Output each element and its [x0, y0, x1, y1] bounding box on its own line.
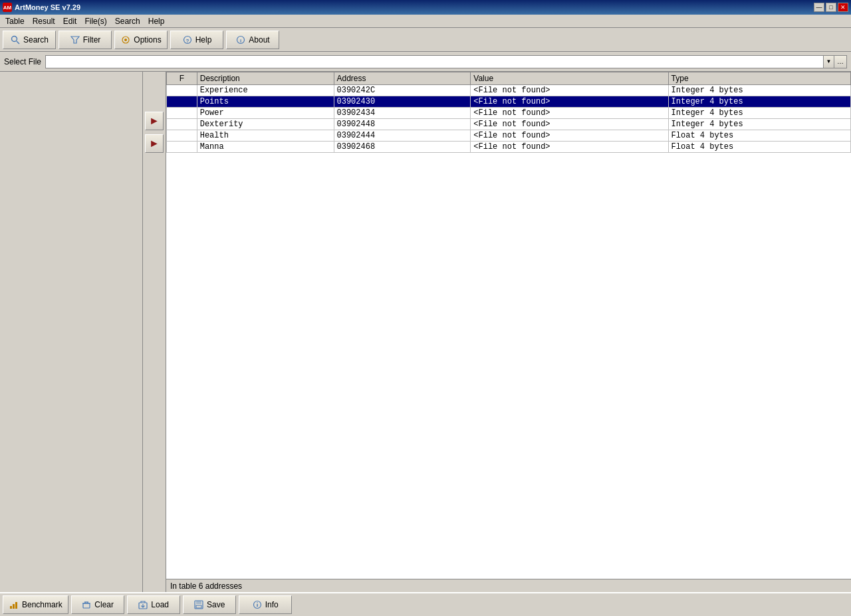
- search-icon: [10, 35, 21, 45]
- svg-rect-12: [83, 603, 90, 608]
- svg-text:?: ?: [185, 37, 189, 43]
- cell-address: 0390242C: [334, 85, 471, 96]
- select-file-combo: ▼ …: [45, 55, 847, 68]
- table-row[interactable]: Power03902434<File not found>Integer 4 b…: [167, 108, 851, 119]
- about-icon: i: [235, 35, 246, 45]
- search-button-label: Search: [23, 35, 49, 45]
- help-icon: ?: [182, 35, 193, 45]
- svg-rect-10: [13, 604, 15, 609]
- column-header-type: Type: [668, 72, 850, 85]
- table-row[interactable]: Experience0390242C<File not found>Intege…: [167, 85, 851, 96]
- svg-line-1: [17, 41, 19, 44]
- cell-type: Integer 4 bytes: [668, 85, 850, 96]
- clear-button[interactable]: Clear: [71, 595, 124, 614]
- about-button-label: About: [249, 35, 269, 45]
- menu-item-help[interactable]: Help: [144, 15, 169, 27]
- save-button-label: Save: [207, 600, 225, 609]
- select-file-dropdown-button[interactable]: ▼: [823, 55, 834, 68]
- about-button[interactable]: i About: [226, 31, 279, 49]
- arrow-right-icon-2: ►: [149, 138, 160, 150]
- toolbar: Search Filter Options ? Help: [0, 28, 851, 52]
- title-bar-left: AM ArtMoney SE v7.29: [3, 3, 80, 12]
- cell-type: Float 4 bytes: [668, 142, 850, 153]
- left-panel: [0, 72, 143, 592]
- svg-rect-11: [15, 602, 17, 609]
- main-content: ► ► F Description Address Value Type Exp: [0, 72, 851, 592]
- cell-address: 03902430: [334, 96, 471, 108]
- cell-type: Integer 4 bytes: [668, 119, 850, 130]
- table-row[interactable]: Points03902430<File not found>Integer 4 …: [167, 96, 851, 108]
- cell-description: Dexterity: [197, 119, 334, 130]
- info-icon: [252, 599, 263, 610]
- column-header-f: F: [167, 72, 197, 85]
- save-icon: [193, 599, 204, 610]
- options-icon: [120, 35, 131, 45]
- cell-description: Power: [197, 108, 334, 119]
- cell-description: Points: [197, 96, 334, 108]
- menu-item-table[interactable]: Table: [1, 15, 29, 27]
- app-title: ArtMoney SE v7.29: [15, 3, 80, 11]
- svg-rect-21: [196, 605, 201, 608]
- cell-value: <File not found>: [471, 96, 668, 108]
- select-file-row: Select File ▼ …: [0, 52, 851, 72]
- cell-address: 03902434: [334, 108, 471, 119]
- select-file-browse-button[interactable]: …: [834, 55, 847, 68]
- menu-item-search[interactable]: Search: [111, 15, 144, 27]
- app-icon: AM: [3, 3, 12, 12]
- load-button[interactable]: Load: [127, 595, 180, 614]
- options-button[interactable]: Options: [114, 31, 168, 49]
- title-buttons: — □ ✕: [814, 3, 848, 12]
- benchmark-icon: [9, 599, 19, 610]
- help-button[interactable]: ? Help: [170, 31, 223, 49]
- svg-point-24: [257, 602, 258, 603]
- maximize-button[interactable]: □: [826, 3, 836, 12]
- status-bar: In table 6 addresses: [166, 579, 851, 592]
- clear-button-label: Clear: [94, 600, 114, 609]
- arrow-right-icon-1: ►: [149, 115, 160, 127]
- svg-point-0: [11, 36, 17, 41]
- arrow-right-button-1[interactable]: ►: [145, 112, 164, 130]
- table-container: F Description Address Value Type Experie…: [166, 72, 851, 579]
- status-text: In table 6 addresses: [170, 581, 242, 591]
- table-row[interactable]: Dexterity03902448<File not found>Integer…: [167, 119, 851, 130]
- column-header-address: Address: [334, 72, 471, 85]
- cell-f: [167, 130, 197, 142]
- cell-value: <File not found>: [471, 119, 668, 130]
- arrow-panel: ► ►: [143, 72, 166, 592]
- arrow-right-button-2[interactable]: ►: [145, 134, 164, 153]
- table-row[interactable]: Manna03902468<File not found>Float 4 byt…: [167, 142, 851, 153]
- svg-point-4: [124, 39, 127, 41]
- svg-rect-9: [10, 606, 12, 609]
- cell-type: Float 4 bytes: [668, 130, 850, 142]
- cell-address: 03902444: [334, 130, 471, 142]
- right-panel: F Description Address Value Type Experie…: [166, 72, 851, 592]
- save-button[interactable]: Save: [183, 595, 236, 614]
- filter-button[interactable]: Filter: [59, 31, 112, 49]
- svg-marker-2: [71, 37, 79, 43]
- minimize-button[interactable]: —: [814, 3, 824, 12]
- menu-item-files[interactable]: File(s): [80, 15, 110, 27]
- filter-icon: [70, 35, 80, 45]
- benchmark-button[interactable]: Benchmark: [3, 595, 68, 614]
- menu-bar: Table Result Edit File(s) Search Help: [0, 15, 851, 28]
- cell-address: 03902468: [334, 142, 471, 153]
- cell-value: <File not found>: [471, 142, 668, 153]
- menu-item-edit[interactable]: Edit: [59, 15, 81, 27]
- close-button[interactable]: ✕: [838, 3, 848, 12]
- column-header-description: Description: [197, 72, 334, 85]
- select-file-label: Select File: [4, 57, 41, 66]
- select-file-input[interactable]: [45, 55, 823, 68]
- menu-item-result[interactable]: Result: [29, 15, 59, 27]
- bottom-toolbar: Benchmark Clear Load: [0, 592, 851, 616]
- table-row[interactable]: Health03902444<File not found>Float 4 by…: [167, 130, 851, 142]
- svg-rect-20: [196, 601, 201, 604]
- table-body: Experience0390242C<File not found>Intege…: [167, 85, 851, 153]
- cell-value: <File not found>: [471, 85, 668, 96]
- help-button-label: Help: [195, 35, 212, 45]
- table-header-row: F Description Address Value Type: [167, 72, 851, 85]
- search-button[interactable]: Search: [3, 31, 56, 49]
- cell-f: [167, 142, 197, 153]
- cell-type: Integer 4 bytes: [668, 96, 850, 108]
- cell-f: [167, 85, 197, 96]
- info-button[interactable]: Info: [239, 595, 292, 614]
